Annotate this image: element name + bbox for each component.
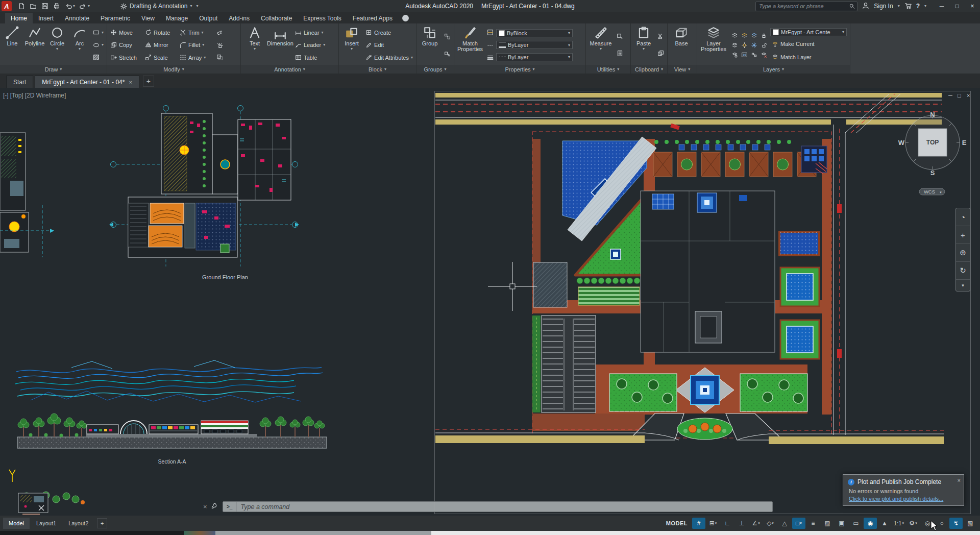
search-field[interactable] (755, 2, 857, 11)
search-input[interactable] (758, 3, 849, 10)
pan-icon[interactable]: + (956, 226, 970, 244)
command-input[interactable] (237, 503, 772, 511)
status-object-snap-tracking[interactable]: △ (778, 518, 791, 529)
tab-model[interactable]: Model (3, 518, 30, 529)
new-layout-button[interactable]: + (97, 518, 107, 528)
close-button[interactable]: × (965, 0, 980, 12)
status-ortho-mode[interactable]: ⊥ (735, 518, 748, 529)
status-clean-screen[interactable]: ▧ (964, 518, 977, 529)
help-caret[interactable]: ▾ (924, 4, 926, 8)
site-plan-window[interactable]: ─ □ × (435, 91, 971, 514)
object-color-dropdown[interactable]: ByBlock▾ (496, 29, 573, 37)
command-close-icon[interactable]: × (203, 503, 207, 510)
panel-label-annotation[interactable]: Annotation▾ (241, 65, 338, 74)
file-tab-start[interactable]: Start (6, 76, 33, 88)
user-icon[interactable] (862, 2, 869, 11)
new-file-icon[interactable] (18, 3, 25, 10)
layer-freeze-icon[interactable] (750, 31, 758, 40)
tab-view[interactable]: View (136, 13, 160, 23)
explode-button[interactable] (215, 40, 225, 50)
layer-vpfreeze-icon[interactable] (740, 51, 749, 59)
layer-lock-icon[interactable] (760, 31, 768, 40)
panel-label-utilities[interactable]: Utilities▾ (586, 65, 630, 74)
tab-featured-apps[interactable]: Featured Apps (347, 13, 398, 23)
edit-block-button[interactable]: Edit (364, 40, 414, 50)
properties-small-2[interactable] (485, 40, 495, 50)
layer-off-icon[interactable] (730, 31, 739, 40)
quick-select-button[interactable] (615, 32, 625, 42)
measure-button[interactable]: Measure▾ (587, 25, 614, 65)
undo-icon[interactable]: ▾ (65, 3, 75, 10)
app-logo-icon[interactable]: A (2, 1, 12, 11)
sign-in-button[interactable]: Sign In (874, 3, 893, 10)
notification-link[interactable]: Click to view plot and publish details..… (849, 496, 943, 502)
tab-home[interactable]: Home (5, 13, 33, 23)
status-grid-display[interactable]: # (692, 518, 705, 529)
status-autoscale[interactable]: ▲ (878, 518, 891, 529)
notification-close-icon[interactable]: × (958, 477, 961, 483)
tab-insert[interactable]: Insert (33, 13, 59, 23)
dimension-button[interactable]: Dimension (268, 25, 292, 65)
leader-button[interactable]: Leader▾ (293, 40, 327, 50)
panel-label-view[interactable]: View▾ (668, 65, 697, 74)
rotate-button[interactable]: Rotate (143, 28, 177, 38)
viewcube-east[interactable]: E (962, 139, 967, 147)
tab-addins[interactable]: Add-ins (223, 13, 255, 23)
layer-merge-icon[interactable] (750, 51, 758, 59)
redo-icon[interactable]: ▾ (80, 3, 90, 10)
panel-label-properties[interactable]: Properties▾ (454, 65, 585, 74)
status-annotation-visibility[interactable]: ◉ (864, 518, 877, 529)
panel-label-modify[interactable]: Modify▾ (107, 65, 240, 74)
paste-button[interactable]: Paste▾ (632, 25, 655, 65)
status-lineweight[interactable]: ≡ (806, 518, 820, 529)
group-button[interactable]: Group (418, 25, 442, 65)
cut-button[interactable] (656, 32, 666, 42)
viewport-view-control[interactable]: [Top] (10, 92, 23, 99)
wcs-label[interactable]: WCS (924, 189, 935, 194)
tab-layout1[interactable]: Layout1 (31, 518, 62, 529)
layer-walk-icon[interactable] (730, 51, 739, 59)
ellipse-tool[interactable]: ▾ (91, 40, 105, 50)
doc-window-restore-icon[interactable]: □ (958, 92, 961, 99)
layer-on-icon[interactable] (740, 41, 749, 50)
status-object-snap[interactable]: □▾ (792, 518, 805, 529)
fillet-button[interactable]: Fillet▾ (178, 40, 214, 50)
status-isometric-drafting[interactable]: ◇▾ (764, 518, 777, 529)
drawing-area[interactable]: Ground Floor Plan (0, 88, 980, 516)
tab-express-tools[interactable]: Express Tools (298, 13, 347, 23)
status-transparency[interactable]: ▨ (821, 518, 834, 529)
status-annotation-scale[interactable]: 1:1▾ (892, 518, 905, 529)
qat-customize-caret[interactable]: ▾ (196, 4, 198, 8)
status-polar-tracking[interactable]: ∠▾ (749, 518, 763, 529)
copy-button[interactable]: Copy (109, 40, 142, 50)
ungroup-button[interactable] (443, 32, 452, 42)
group-edit-button[interactable] (443, 48, 452, 58)
move-button[interactable]: Move (109, 28, 142, 38)
polyline-button[interactable]: Polyline (24, 25, 45, 65)
tab-manage[interactable]: Manage (160, 13, 193, 23)
zoom-icon[interactable]: ⊕ (956, 244, 970, 262)
base-button[interactable]: Base (669, 25, 694, 65)
hatch-tool[interactable] (91, 53, 105, 63)
make-current-button[interactable]: Make Current (770, 39, 848, 49)
panel-label-block[interactable]: Block▾ (339, 65, 416, 74)
layer-dropdown[interactable]: MrEgypt - Art Cente▾ (770, 28, 847, 36)
file-tab-document[interactable]: MrEgypt - Art Center - 01 - 04*× (35, 76, 139, 88)
match-properties-button[interactable]: Match Properties (456, 25, 484, 65)
wcs-caret[interactable]: ▾ (940, 190, 942, 194)
tab-annotate[interactable]: Annotate (59, 13, 95, 23)
erase-button[interactable] (215, 28, 225, 38)
save-icon[interactable] (41, 3, 48, 10)
arc-button[interactable]: Arc▾ (69, 25, 90, 65)
scale-button[interactable]: Scale (143, 53, 177, 63)
stretch-button[interactable]: Stretch (109, 53, 142, 63)
viewcube-west[interactable]: W (898, 139, 905, 147)
navigation-wheel-icon[interactable]: ◔ (956, 208, 970, 226)
circle-button[interactable]: Circle▾ (46, 25, 68, 65)
command-field[interactable]: >_ (223, 501, 773, 512)
trim-button[interactable]: Trim▾ (178, 28, 214, 38)
quick-calc-button[interactable] (615, 48, 625, 58)
copy-clip-button[interactable] (656, 48, 666, 58)
connect-icon[interactable] (402, 15, 409, 21)
properties-small-3[interactable] (485, 53, 495, 63)
